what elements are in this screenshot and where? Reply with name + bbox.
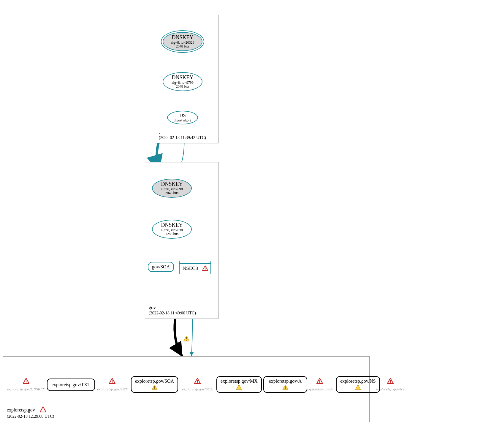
leaf-label: exploretsp.gov/MX: [221, 379, 258, 384]
error-icon: [194, 378, 201, 385]
leaf-a-gray: exploretsp.gov/A: [303, 378, 336, 392]
leaf-label: exploretsp.gov/NS: [374, 387, 407, 392]
warning-icon: [236, 384, 242, 391]
error-icon: [387, 378, 394, 385]
warning-icon: [152, 384, 158, 391]
svg-rect-20: [197, 382, 198, 383]
zone-domain-label: exploretsp.gov (2022-02-18 12:29:08 UTC): [7, 406, 54, 419]
leaf-label: exploretsp.gov/TXT: [52, 382, 90, 387]
svg-rect-8: [43, 411, 43, 411]
warning-icon: [282, 384, 288, 391]
leaf-label: exploretsp.gov/DNSKEY: [6, 387, 46, 392]
leaf-soa-boxed: exploretsp.gov/SOA: [131, 376, 178, 393]
node-title: DNSKEY: [161, 222, 183, 228]
leaf-dnskey-gray: exploretsp.gov/DNSKEY: [6, 378, 46, 392]
node-sub1: alg=8, id=7030: [161, 228, 183, 232]
node-title: DNSKEY: [172, 75, 193, 81]
warning-icon: [183, 335, 190, 343]
zone-gov-label: gov (2022-02-18 11:49:00 UTC): [149, 305, 196, 316]
zone-root-timestamp: (2022-02-18 11:39:42 UTC): [159, 135, 206, 140]
error-icon: [202, 265, 208, 272]
svg-rect-34: [390, 380, 391, 382]
svg-rect-5: [205, 269, 205, 270]
node-sub1: alg=8, id=7698: [161, 187, 183, 191]
zone-domain-name: exploretsp.gov: [7, 407, 35, 412]
svg-rect-2: [186, 340, 187, 341]
error-icon: [316, 378, 323, 385]
zone-root-label: . (2022-02-18 11:39:42 UTC): [159, 129, 206, 140]
node-title: DS: [179, 113, 186, 118]
svg-rect-11: [26, 382, 26, 383]
svg-rect-16: [154, 386, 155, 388]
zone-gov-name: gov: [149, 305, 196, 311]
node-gov-nsec3: NSEC3: [179, 261, 211, 274]
svg-rect-1: [186, 337, 187, 339]
warning-icon: [355, 384, 361, 391]
node-sub2: 2048 bits: [176, 85, 189, 88]
leaf-label: exploretsp.gov/A: [303, 387, 336, 392]
error-icon: [40, 406, 46, 414]
svg-rect-25: [285, 386, 286, 388]
svg-rect-22: [239, 386, 239, 388]
svg-rect-7: [43, 408, 43, 410]
leaf-label: exploretsp.gov/A: [267, 379, 303, 384]
svg-rect-13: [112, 380, 113, 382]
leaf-ns-gray: exploretsp.gov/NS: [374, 378, 407, 392]
svg-rect-17: [154, 388, 155, 389]
leaf-soa-gray: exploretsp.gov/SOA: [180, 378, 215, 392]
node-sub1: digest alg=2: [174, 118, 191, 122]
svg-rect-23: [239, 388, 239, 389]
node-title: DNSKEY: [172, 35, 193, 41]
svg-rect-32: [358, 388, 358, 389]
svg-rect-4: [205, 267, 205, 269]
node-gov-zsk: DNSKEY alg=8, id=7030 1280 bits: [152, 220, 192, 239]
node-sub1: alg=8, id=9799: [172, 81, 194, 85]
node-label: NSEC3: [183, 265, 198, 271]
svg-rect-28: [319, 380, 320, 382]
svg-rect-26: [285, 388, 286, 389]
error-icon: [109, 378, 115, 385]
zone-domain-timestamp: (2022-02-18 12:29:08 UTC): [7, 414, 54, 419]
zone-root-name: .: [159, 129, 206, 135]
leaf-mx-boxed: exploretsp.gov/MX: [216, 376, 262, 393]
node-gov-soa: gov/SOA: [148, 262, 174, 272]
node-label: gov/SOA: [152, 264, 170, 270]
leaf-label: exploretsp.gov/SOA: [135, 379, 174, 384]
node-title: DNSKEY: [161, 181, 183, 187]
svg-rect-14: [112, 382, 113, 383]
svg-rect-31: [358, 386, 358, 388]
node-gov-ksk: DNSKEY alg=8, id=7698 2048 bits: [152, 179, 192, 198]
node-root-zsk: DNSKEY alg=8, id=9799 2048 bits: [163, 72, 202, 91]
node-root-ds: DS digest alg=2: [167, 111, 198, 124]
leaf-label: exploretsp.gov/NS: [340, 379, 376, 384]
leaf-label: exploretsp.gov/SOA: [180, 387, 215, 392]
node-sub2: 2048 bits: [176, 45, 189, 48]
leaf-txt-boxed: exploretsp.gov/TXT: [47, 379, 95, 391]
node-sub1: alg=8, id=20326: [171, 41, 194, 45]
leaf-ns-boxed: exploretsp.gov/NS: [336, 376, 380, 393]
leaf-label: exploretsp.gov/TXT: [94, 387, 130, 392]
svg-rect-10: [26, 380, 26, 382]
node-sub2: 2048 bits: [165, 191, 178, 195]
dnssec-diagram: . (2022-02-18 11:39:42 UTC) DNSKEY alg=8…: [0, 0, 499, 448]
error-icon: [23, 378, 29, 385]
svg-rect-29: [319, 382, 320, 383]
zone-gov-timestamp: (2022-02-18 11:49:00 UTC): [149, 311, 196, 316]
node-sub2: 1280 bits: [165, 232, 178, 236]
svg-rect-19: [197, 380, 198, 382]
nsec3-bar: [180, 263, 210, 264]
leaf-txt-gray: exploretsp.gov/TXT: [94, 378, 130, 392]
node-root-ksk: DNSKEY alg=8, id=20326 2048 bits: [163, 32, 202, 51]
svg-rect-35: [390, 382, 391, 383]
leaf-a-boxed: exploretsp.gov/A: [263, 376, 307, 393]
